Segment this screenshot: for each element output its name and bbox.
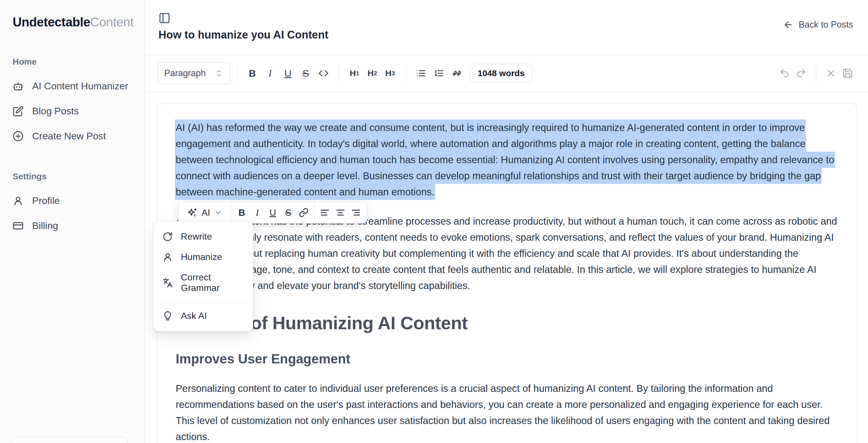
undo-button[interactable] bbox=[776, 64, 793, 82]
sidebar-item-ai-content-humanizer[interactable]: AI Content Humanizer bbox=[12, 81, 132, 92]
heading1-button[interactable]: H1 bbox=[346, 64, 363, 82]
app-logo: UndetectableContent bbox=[12, 15, 132, 29]
paragraph-selected: AI (AI) has reformed the way we create a… bbox=[176, 119, 838, 200]
sidebar-item-label: Profile bbox=[32, 195, 60, 206]
redo-button[interactable] bbox=[793, 64, 809, 82]
toolbar-divider bbox=[405, 65, 406, 82]
user-icon bbox=[12, 195, 24, 206]
sidebar-item-label: Blog Posts bbox=[32, 106, 79, 117]
bubble-link-button[interactable] bbox=[296, 204, 311, 222]
languages-icon bbox=[162, 277, 173, 288]
lightbulb-icon bbox=[162, 311, 173, 321]
ordered-list-button[interactable] bbox=[430, 64, 448, 82]
sidebar-section-settings: Settings bbox=[12, 172, 132, 181]
sparkles-icon bbox=[187, 207, 197, 218]
align-left-icon bbox=[320, 208, 330, 217]
menu-item-label: Correct Grammar bbox=[181, 272, 244, 293]
selection-bubble-menu: AI B I U S bbox=[178, 202, 367, 224]
arrow-left-icon bbox=[783, 20, 794, 30]
page-title: How to humanize you AI Content bbox=[158, 29, 855, 41]
bullet-list-icon bbox=[416, 68, 426, 79]
block-type-select[interactable]: Paragraph bbox=[157, 62, 230, 85]
ai-label: AI bbox=[202, 207, 210, 218]
toolbar-right-group bbox=[776, 64, 856, 82]
sidebar-upsell-box bbox=[11, 437, 127, 443]
close-icon bbox=[826, 68, 836, 79]
align-right-icon bbox=[351, 208, 361, 217]
sidebar-item-create-new-post[interactable]: Create New Post bbox=[12, 130, 132, 142]
back-to-posts-link[interactable]: Back to Posts bbox=[783, 20, 853, 30]
heading3-button[interactable]: H3 bbox=[381, 64, 399, 82]
section-heading: Benefits of Humanizing AI Content bbox=[176, 312, 838, 334]
undo-icon bbox=[779, 68, 790, 79]
align-center-icon bbox=[336, 208, 345, 217]
sidebar-item-label: AI Content Humanizer bbox=[32, 81, 128, 92]
menu-item-rewrite[interactable]: Rewrite bbox=[154, 226, 253, 247]
toolbar-divider bbox=[237, 65, 237, 82]
menu-item-label: Ask AI bbox=[181, 311, 207, 321]
logo-secondary: Content bbox=[90, 15, 133, 29]
quote-icon bbox=[452, 68, 462, 79]
heading2-button[interactable]: H2 bbox=[363, 64, 381, 82]
code-button[interactable] bbox=[315, 64, 332, 82]
menu-item-label: Humanize bbox=[181, 252, 222, 262]
sidebar: UndetectableContent Home AI Content Huma… bbox=[0, 0, 145, 443]
chevron-down-icon bbox=[214, 209, 222, 217]
editor-content[interactable]: AI (AI) has reformed the way we create a… bbox=[157, 104, 857, 443]
ai-dropdown-menu: Rewrite Humanize Correct Grammar Ask AI bbox=[153, 221, 253, 331]
save-button[interactable] bbox=[839, 64, 856, 82]
post-header: How to humanize you AI Content Back to P… bbox=[145, 0, 868, 55]
bot-icon bbox=[12, 81, 24, 92]
paragraph-2: AI-generated content has the potential t… bbox=[176, 213, 838, 294]
menu-item-humanize[interactable]: Humanize bbox=[154, 247, 253, 267]
logo-primary: Undetectable bbox=[12, 15, 90, 29]
discard-button[interactable] bbox=[823, 64, 839, 82]
back-to-posts-label: Back to Posts bbox=[799, 20, 853, 30]
redo-icon bbox=[796, 68, 807, 79]
menu-divider bbox=[154, 302, 253, 302]
word-count-badge: 1048 words bbox=[470, 64, 532, 83]
sidebar-item-billing[interactable]: Billing bbox=[12, 220, 132, 231]
editor-card[interactable]: AI (AI) has reformed the way we create a… bbox=[157, 103, 857, 443]
strikethrough-button[interactable]: S bbox=[297, 64, 315, 82]
code-icon bbox=[318, 68, 329, 79]
align-left-button[interactable] bbox=[317, 204, 332, 222]
chevrons-up-down-icon bbox=[215, 69, 223, 78]
sub-heading: Improves User Engagement bbox=[176, 351, 838, 367]
sidebar-section-home: Home bbox=[12, 57, 132, 67]
text-selection-highlight: AI (AI) has reformed the way we create a… bbox=[175, 119, 835, 200]
toolbar-divider bbox=[816, 65, 816, 82]
bubble-italic-button[interactable]: I bbox=[250, 204, 265, 222]
plus-circle-icon bbox=[12, 131, 24, 142]
rotate-icon bbox=[162, 232, 173, 242]
sidebar-item-profile[interactable]: Profile bbox=[12, 195, 132, 206]
sidebar-item-blog-posts[interactable]: Blog Posts bbox=[12, 106, 132, 117]
ordered-list-icon bbox=[434, 68, 444, 79]
blockquote-button[interactable] bbox=[448, 64, 466, 82]
save-icon bbox=[842, 68, 853, 79]
sidebar-item-label: Create New Post bbox=[32, 130, 106, 142]
bold-button[interactable]: B bbox=[243, 64, 261, 82]
bubble-bold-button[interactable]: B bbox=[234, 204, 249, 222]
ai-dropdown-button[interactable]: AI bbox=[181, 207, 228, 218]
sidebar-item-label: Billing bbox=[32, 220, 58, 231]
panel-left-toggle-icon[interactable] bbox=[158, 12, 855, 24]
user-icon bbox=[162, 252, 173, 262]
bullet-list-button[interactable] bbox=[412, 64, 430, 82]
toolbar-divider bbox=[339, 65, 339, 82]
link-icon bbox=[299, 208, 309, 217]
underline-button[interactable]: U bbox=[279, 64, 297, 82]
italic-button[interactable]: I bbox=[261, 64, 279, 82]
align-right-button[interactable] bbox=[348, 204, 363, 222]
align-center-button[interactable] bbox=[333, 204, 348, 222]
editor-toolbar: Paragraph B I U S H1 H2 H3 bbox=[145, 55, 868, 92]
menu-item-ask-ai[interactable]: Ask AI bbox=[154, 306, 253, 326]
credit-card-icon bbox=[12, 220, 24, 231]
menu-item-correct-grammar[interactable]: Correct Grammar bbox=[154, 267, 253, 298]
block-type-value: Paragraph bbox=[164, 68, 206, 79]
paragraph-3: Personalizing content to cater to indivi… bbox=[176, 380, 838, 443]
bubble-underline-button[interactable]: U bbox=[265, 204, 280, 222]
menu-item-label: Rewrite bbox=[181, 231, 212, 242]
bubble-strikethrough-button[interactable]: S bbox=[281, 204, 296, 222]
pen-square-icon bbox=[12, 106, 24, 117]
